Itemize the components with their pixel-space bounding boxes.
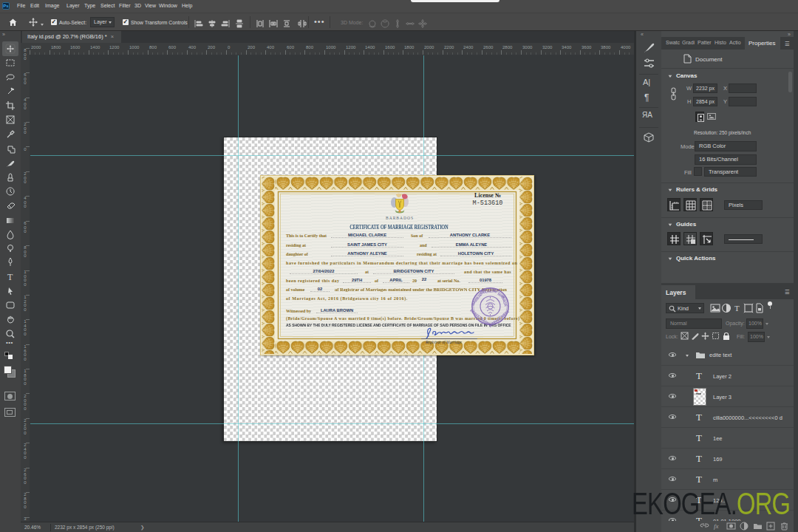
- svg-text:T: T: [7, 272, 13, 282]
- svg-text:fx: fx: [714, 522, 719, 530]
- svg-text:T: T: [734, 304, 740, 313]
